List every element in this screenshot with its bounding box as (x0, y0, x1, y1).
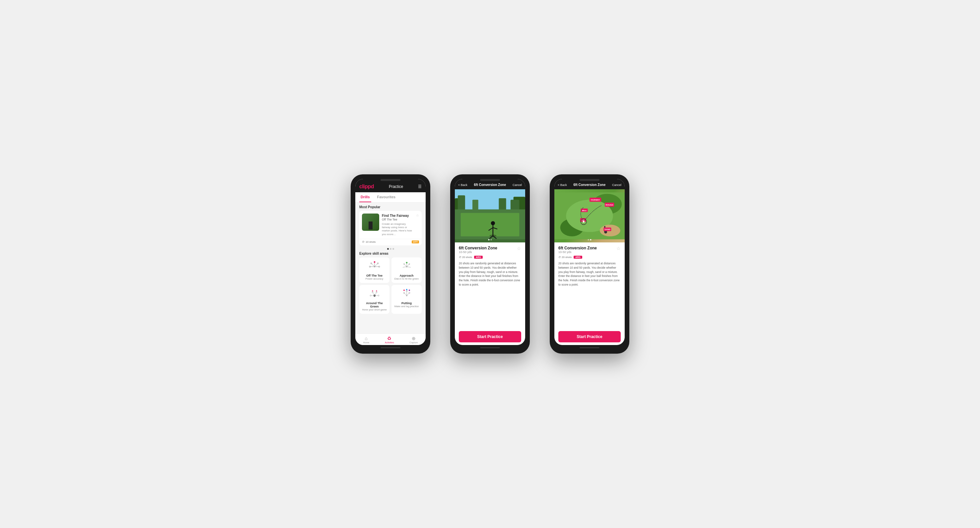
putting-desc: Make and lag practice (395, 305, 419, 308)
drill-map: FAIRWAY ROUGH Miss Hit (554, 189, 625, 242)
home-bar-3 (579, 347, 600, 348)
putting-icon-area (398, 287, 415, 301)
media-dots (488, 239, 492, 241)
golf-map-scene: FAIRWAY ROUGH Miss Hit (554, 189, 625, 242)
capture-icon: ⊕ (412, 336, 416, 341)
detail-title-area-3: 6ft Conversion Zone 10-50 yds (558, 246, 597, 255)
svg-text:ROUGH: ROUGH (606, 204, 614, 206)
phone-3-screen: < Back 6ft Conversion Zone Cancel (554, 179, 625, 345)
drill-shots: ⏱ 10 shots (362, 241, 375, 243)
media-dot-1 (488, 239, 490, 241)
back-button[interactable]: < Back (458, 183, 468, 187)
clock-icon: ⏱ (362, 241, 364, 243)
ott-tag: OTT (412, 241, 419, 243)
tabs-bar: Drills Favourites (355, 192, 426, 203)
dot-3 (393, 248, 394, 250)
home-icon: ⌂ (365, 336, 368, 341)
phone-2-screen: < Back 6ft Conversion Zone Cancel (455, 179, 525, 345)
drill-title: Find The Fairway (382, 214, 414, 218)
favourite-btn[interactable]: ☆ (517, 246, 521, 251)
phone-1-screen: clippd Practice ☰ Drills Favourites Most… (355, 179, 426, 345)
ott-desc: Power accuracy (366, 277, 383, 280)
media-dot-2 (491, 239, 492, 241)
atg-desc: Hone your short game (362, 308, 387, 311)
media-dot-3-2 (590, 239, 592, 241)
drill-video (455, 189, 525, 242)
home-bar-2 (480, 347, 500, 348)
app-header: clippd Practice ☰ (355, 179, 426, 192)
skill-card-approach[interactable]: Approach Dial-in to hit the green (391, 257, 422, 283)
atg-icon (367, 288, 382, 300)
skill-card-atg[interactable]: Around The Green Hone your short game (359, 285, 390, 314)
phone-notch (380, 179, 401, 181)
golf-scene (455, 189, 525, 242)
clock-icon-2: ⏱ (459, 256, 461, 259)
back-button-3[interactable]: < Back (558, 183, 567, 187)
drill-desc: Create an imaginary fairway using trees … (382, 222, 414, 236)
activities-icon: ♻ (387, 336, 391, 341)
drill-detail-title-3: 6ft Conversion Zone (558, 246, 597, 250)
activities-label: Activities (385, 341, 394, 344)
drill-thumbnail (362, 214, 379, 231)
menu-icon[interactable]: ☰ (418, 184, 422, 189)
featured-drill-card[interactable]: Find The Fairway Off The Tee Create an i… (359, 211, 422, 246)
favourite-icon[interactable]: ☆ (416, 214, 419, 236)
ott-name: Off The Tee (366, 274, 382, 277)
golf-map-svg: FAIRWAY ROUGH Miss Hit (554, 189, 625, 242)
skill-card-ott[interactable]: Off The Tee Power accuracy (359, 257, 390, 283)
drill-card-inner: Find The Fairway Off The Tee Create an i… (359, 211, 422, 239)
atg-name: Around The Green (362, 301, 387, 308)
arg-tag: ARG (474, 256, 483, 259)
most-popular-label: Most Popular (359, 205, 422, 209)
drill-meta: ⏱ 20 shots ARG (459, 256, 521, 259)
drill-info: Find The Fairway Off The Tee Create an i… (382, 214, 414, 236)
dot-2 (390, 248, 391, 250)
putting-icon (399, 288, 414, 300)
capture-label: Capture (410, 341, 418, 344)
tab-drills[interactable]: Drills (359, 192, 371, 202)
skill-card-putting[interactable]: Putting Make and lag practice (391, 285, 422, 314)
phone-2-notch (480, 179, 500, 181)
svg-text:SAND: SAND (605, 228, 611, 230)
golf-scene-svg (455, 189, 525, 242)
favourite-btn-3[interactable]: ☆ (616, 246, 621, 251)
svg-text:FAIRWAY: FAIRWAY (591, 199, 600, 201)
drill-description: 20 shots are randomly generated at dista… (459, 262, 521, 287)
tab-favourites[interactable]: Favourites (376, 192, 397, 202)
cancel-button[interactable]: Cancel (512, 183, 522, 187)
svg-point-8 (374, 262, 375, 263)
drill-footer: ⏱ 10 shots OTT (359, 239, 422, 246)
svg-rect-49 (461, 213, 520, 236)
detail-title-area: 6ft Conversion Zone 10-50 yds (459, 246, 497, 255)
drill-detail-title: 6ft Conversion Zone (459, 246, 497, 250)
arg-tag-3: ARG (574, 256, 582, 259)
phone2-title: 6ft Conversion Zone (474, 183, 506, 187)
shots-info-3: ⏱ 20 shots (558, 256, 572, 259)
cancel-button-3[interactable]: Cancel (612, 183, 621, 187)
detail-header: 6ft Conversion Zone 10-50 yds ☆ (459, 246, 521, 255)
drill-range-3: 10-50 yds (558, 250, 597, 254)
nav-home[interactable]: ⌂ Home (363, 336, 369, 344)
home-bar (380, 347, 401, 348)
nav-capture[interactable]: ⊕ Capture (410, 336, 418, 344)
approach-icon (399, 261, 414, 273)
svg-text:Miss: Miss (582, 209, 587, 212)
golfer-figure (369, 222, 372, 230)
nav-activities[interactable]: ♻ Activities (385, 336, 394, 344)
start-practice-button[interactable]: Start Practice (459, 331, 521, 342)
bottom-nav: ⌂ Home ♻ Activities ⊕ Capture (355, 333, 426, 345)
svg-point-40 (403, 290, 405, 291)
approach-desc: Dial-in to hit the green (395, 277, 419, 280)
svg-rect-43 (458, 195, 465, 210)
start-practice-button-3[interactable]: Start Practice (558, 331, 621, 342)
shots-info: ⏱ 20 shots (459, 256, 472, 259)
drill-range: 10-50 yds (459, 250, 497, 254)
svg-point-17 (406, 262, 407, 263)
svg-point-52 (491, 221, 495, 225)
putting-name: Putting (401, 301, 412, 305)
drill-meta-3: ⏱ 20 shots ARG (558, 256, 621, 259)
ott-icon-area (366, 260, 383, 273)
card-dots (359, 248, 422, 250)
phone-3-notch (579, 179, 600, 181)
svg-point-29 (376, 290, 377, 292)
